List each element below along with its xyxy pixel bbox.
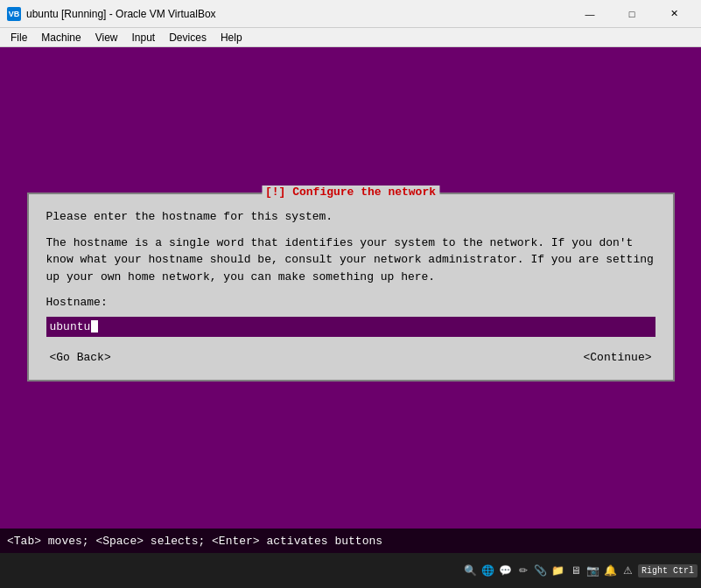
- tray-icon-3[interactable]: 💬: [498, 563, 514, 578]
- dialog-line4: up your own home network, you can make s…: [46, 270, 436, 284]
- window-title: ubuntu [Running] - Oracle VM VirtualBox: [26, 8, 570, 20]
- menu-machine[interactable]: Machine: [34, 28, 88, 47]
- tray-icon-8[interactable]: 📷: [585, 563, 601, 578]
- go-back-button[interactable]: <Go Back>: [46, 349, 115, 366]
- tray-icon-6[interactable]: 📁: [550, 563, 566, 578]
- hostname-label: Hostname:: [46, 294, 655, 312]
- vm-status-bar: <Tab> moves; <Space> selects; <Enter> ac…: [0, 528, 701, 553]
- tray-icons-group: 🔍 🌐 💬 ✏ 📎 📁 🖥 📷 🔔 ⚠: [463, 563, 636, 578]
- tray-icon-2[interactable]: 🌐: [480, 563, 496, 578]
- app-icon-text: VB: [9, 10, 20, 18]
- dialog-buttons: <Go Back> <Continue>: [46, 349, 655, 366]
- vm-status-text: <Tab> moves; <Space> selects; <Enter> ac…: [7, 535, 382, 548]
- tray-icon-4[interactable]: ✏: [515, 563, 531, 578]
- hostname-input-row[interactable]: ubuntu: [46, 317, 655, 338]
- configure-network-dialog: [!] Configure the network Please enter t…: [27, 192, 675, 382]
- maximize-button[interactable]: □: [612, 0, 652, 28]
- menu-help[interactable]: Help: [214, 28, 249, 47]
- close-button[interactable]: ✕: [654, 0, 694, 28]
- app-icon: VB: [7, 7, 21, 21]
- menu-view[interactable]: View: [88, 28, 125, 47]
- tray-icon-1[interactable]: 🔍: [463, 563, 479, 578]
- title-bar: VB ubuntu [Running] - Oracle VM VirtualB…: [0, 0, 701, 28]
- menu-input[interactable]: Input: [125, 28, 163, 47]
- menu-devices[interactable]: Devices: [162, 28, 214, 47]
- tray-icon-9[interactable]: 🔔: [603, 563, 619, 578]
- window-controls: — □ ✕: [570, 0, 694, 28]
- hostname-value: ubuntu: [50, 318, 91, 336]
- dialog-body: Please enter the hostname for this syste…: [46, 208, 655, 366]
- dialog-line3: know what your hostname should be, consu…: [46, 253, 654, 266]
- dialog-line1: Please enter the hostname for this syste…: [46, 208, 655, 226]
- menu-bar: File Machine View Input Devices Help: [0, 28, 701, 47]
- tray-icon-7[interactable]: 🖥: [568, 563, 584, 578]
- tray-icon-5[interactable]: 📎: [533, 563, 549, 578]
- tray-icon-10[interactable]: ⚠: [620, 563, 636, 578]
- windows-taskbar: 🔍 🌐 💬 ✏ 📎 📁 🖥 📷 🔔 ⚠ Right Ctrl: [0, 553, 701, 588]
- menu-file[interactable]: File: [4, 28, 34, 47]
- right-ctrl-badge: Right Ctrl: [638, 564, 697, 578]
- dialog-description: The hostname is a single word that ident…: [46, 234, 655, 286]
- vm-screen[interactable]: [!] Configure the network Please enter t…: [0, 47, 701, 553]
- dialog-title: [!] Configure the network: [262, 186, 439, 199]
- minimize-button[interactable]: —: [570, 0, 610, 28]
- dialog-line2: The hostname is a single word that ident…: [46, 236, 634, 249]
- continue-button[interactable]: <Continue>: [579, 349, 655, 366]
- hostname-cursor: [91, 320, 98, 332]
